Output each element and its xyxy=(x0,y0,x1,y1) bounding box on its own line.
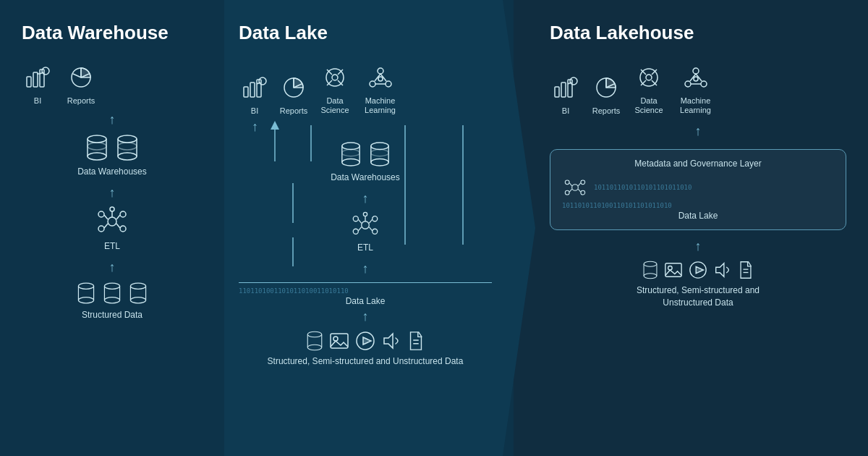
svg-point-18 xyxy=(118,153,137,160)
lh-lake-label: Data Lake xyxy=(562,211,834,221)
lakehouse-panel: Data Lakehouse BI Reports Data Science M… xyxy=(514,0,868,456)
arrow-1: ↑ xyxy=(22,112,203,127)
lake-ml-label: Machine Learning xyxy=(360,96,400,115)
lake-db-cylinders xyxy=(340,140,391,168)
svg-point-52 xyxy=(332,75,338,80)
svg-line-85 xyxy=(358,219,361,223)
svg-point-105 xyxy=(570,77,577,85)
svg-point-22 xyxy=(120,211,126,217)
svg-point-31 xyxy=(78,283,93,289)
lakehouse-top-icons: BI Reports Data Science Machine Learning xyxy=(550,62,846,115)
svg-point-38 xyxy=(104,297,119,303)
reports-icon xyxy=(65,62,97,93)
lake-datascience-item: Data Science xyxy=(317,62,353,115)
svg-point-94 xyxy=(307,345,322,351)
svg-point-78 xyxy=(371,159,388,166)
lake-ml-item: Machine Learning xyxy=(360,62,400,115)
svg-rect-43 xyxy=(244,87,248,97)
svg-point-23 xyxy=(98,226,104,232)
lake-arrow-4: ↑ xyxy=(239,309,492,324)
warehouse-bottom-label: Structured Data xyxy=(82,310,142,320)
image-icon xyxy=(329,331,349,351)
warehouse-panel: Data Warehouse BI Reports ↑ xyxy=(0,0,224,456)
svg-line-129 xyxy=(578,183,581,186)
svg-point-124 xyxy=(565,180,569,185)
svg-point-84 xyxy=(373,229,378,235)
svg-point-21 xyxy=(98,211,104,217)
svg-line-88 xyxy=(369,227,372,231)
bi-icon xyxy=(22,62,54,93)
svg-point-39 xyxy=(130,283,145,289)
lh-binary-2: 1011010110100110101101011010 xyxy=(562,202,834,209)
lh-ml-item: Machine Learning xyxy=(676,62,715,115)
warehouse-etl-label: ETL xyxy=(104,241,120,251)
svg-point-80 xyxy=(362,221,370,229)
lh-bottom-section: Structured, Semi-structured and Unstruct… xyxy=(550,257,846,309)
svg-point-91 xyxy=(307,332,322,338)
lh-bi-icon xyxy=(550,72,582,104)
svg-marker-140 xyxy=(716,263,724,277)
svg-point-20 xyxy=(108,217,116,226)
svg-point-29 xyxy=(110,207,114,211)
lake-data-type-icons xyxy=(306,330,425,352)
svg-point-117 xyxy=(685,81,691,87)
svg-marker-139 xyxy=(696,267,703,274)
svg-point-35 xyxy=(104,283,119,289)
lh-reports-item: Reports xyxy=(590,72,622,115)
svg-line-87 xyxy=(358,227,361,231)
svg-point-122 xyxy=(694,77,698,81)
warehouse-db-section: Data Warehouses xyxy=(22,130,203,177)
svg-rect-103 xyxy=(561,83,566,97)
svg-point-57 xyxy=(378,68,383,74)
svg-point-10 xyxy=(88,135,106,143)
lh-bottom-label: Structured, Semi-structured and Unstruct… xyxy=(618,284,778,309)
lake-body-label: Data Lake xyxy=(239,296,492,306)
lh-etl-icon xyxy=(562,174,588,200)
lake-reports-item: Reports xyxy=(278,72,310,115)
metadata-inner: 1011011010110101101011010 xyxy=(562,174,834,200)
svg-point-24 xyxy=(120,226,126,232)
svg-point-74 xyxy=(342,150,359,156)
lake-etl-icon xyxy=(349,209,381,241)
lake-etl-section: ETL xyxy=(239,209,492,253)
lake-datascience-icon xyxy=(319,62,351,93)
lh-reports-icon xyxy=(590,72,622,104)
audio-icon xyxy=(381,331,401,351)
metadata-title: Metadata and Governance Layer xyxy=(562,159,834,169)
svg-point-15 xyxy=(118,135,137,143)
lh-arrow-2: ↑ xyxy=(550,239,846,254)
svg-point-59 xyxy=(386,81,391,87)
lake-arrow-1: ↑ xyxy=(239,119,492,135)
svg-point-116 xyxy=(693,68,699,74)
svg-point-111 xyxy=(646,75,652,80)
svg-point-125 xyxy=(581,180,585,185)
svg-line-25 xyxy=(104,215,108,219)
svg-line-28 xyxy=(116,224,120,228)
etl-icon xyxy=(94,203,130,240)
svg-point-58 xyxy=(370,81,375,87)
lh-ml-label: Machine Learning xyxy=(676,96,715,115)
svg-rect-0 xyxy=(27,77,31,87)
warehouse-etl-section: ETL xyxy=(22,203,203,251)
lh-video-icon xyxy=(689,261,707,279)
svg-point-79 xyxy=(371,150,388,156)
lake-panel: Data Lake BI Reports Data Science Machin… xyxy=(210,0,535,456)
svg-point-34 xyxy=(78,297,93,303)
svg-rect-102 xyxy=(555,87,559,97)
svg-point-132 xyxy=(644,262,657,267)
lake-reports-icon xyxy=(278,72,310,104)
structured-data-icons xyxy=(77,281,148,305)
lh-doc-icon xyxy=(738,261,754,279)
lh-arrow-1: ↑ xyxy=(550,124,846,139)
lake-top-icons: BI Reports Data Science Machine Learning xyxy=(239,62,492,115)
svg-line-26 xyxy=(116,215,120,219)
svg-point-19 xyxy=(118,143,137,150)
svg-rect-136 xyxy=(665,263,681,277)
bi-icon-item: BI xyxy=(22,62,54,105)
svg-point-123 xyxy=(572,185,579,191)
lh-image-icon xyxy=(664,261,683,279)
svg-point-63 xyxy=(378,77,383,81)
lake-dw-section: Data Warehouses xyxy=(239,138,492,182)
doc-icon xyxy=(407,331,425,351)
svg-line-27 xyxy=(104,224,108,228)
